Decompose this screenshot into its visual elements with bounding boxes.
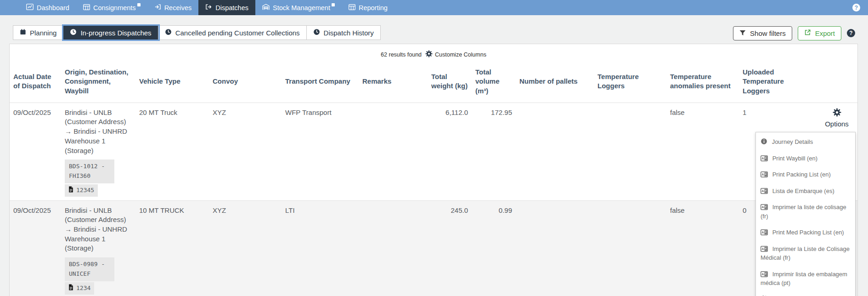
- col-remarks: Remarks: [359, 61, 428, 102]
- calendar-icon: [20, 28, 26, 37]
- col-number-of-pallets: Number of pallets: [516, 61, 594, 102]
- menu-item-label: Imprimir lista de embalagem médica (pt): [761, 271, 847, 287]
- dispatches-table-card: 62 results found Customize Columns: [9, 44, 858, 296]
- table-header: Actual Date of Dispatch Origin, Destinat…: [10, 61, 857, 102]
- cell-number-of-pallets: [516, 102, 594, 200]
- chart-line-icon: [26, 4, 34, 11]
- dispatches-table: Actual Date of Dispatch Origin, Destinat…: [10, 61, 857, 296]
- language-icon: [761, 155, 772, 162]
- menu-item-label: Imprimer la liste de colisage (fr): [761, 204, 846, 220]
- file-icon: [68, 284, 73, 293]
- cell-transport-company: WFP Transport: [282, 102, 359, 200]
- dispatch-tabs: Planning In-progress Dispatches Cancelle…: [13, 25, 381, 40]
- notification-badge: [332, 3, 335, 6]
- language-icon: [761, 271, 772, 278]
- gear-icon: [833, 108, 841, 120]
- sign-out-icon: [205, 4, 212, 11]
- menu-item-imprimir-lista-embalagem-medica-pt[interactable]: Imprimir lista de embalagem médica (pt): [756, 266, 855, 291]
- button-label: Export: [815, 29, 835, 37]
- nav-item-receives[interactable]: Receives: [147, 0, 199, 15]
- cell-date: 09/Oct/2025: [10, 102, 61, 200]
- cell-temperature-loggers: [594, 102, 666, 200]
- menu-item-label: Imprimer la Liste de Colisage Médical (f…: [761, 245, 850, 262]
- cell-number-of-pallets: [516, 200, 594, 296]
- clock-icon: [313, 28, 320, 37]
- menu-item-print-packing-list-en[interactable]: Print Packing List (en): [756, 166, 855, 183]
- tab-in-progress-dispatches[interactable]: In-progress Dispatches: [63, 26, 158, 40]
- tab-label: Planning: [30, 29, 56, 37]
- cell-convoy: XYZ: [209, 102, 282, 200]
- help-icon-dark[interactable]: ?: [847, 29, 855, 37]
- language-icon: [761, 188, 772, 194]
- col-uploaded-loggers: Uploaded Temperature Loggers: [739, 61, 812, 102]
- nav-item-stock-management[interactable]: Stock Management: [255, 0, 342, 15]
- menu-item-imprimer-liste-colisage-medical-fr[interactable]: Imprimer la Liste de Colisage Médical (f…: [756, 241, 855, 266]
- tab-planning[interactable]: Planning: [13, 26, 63, 40]
- nav-item-dashboard[interactable]: Dashboard: [19, 0, 76, 15]
- col-temperature-anomalies: Temperature anomalies present: [666, 61, 739, 102]
- sign-in-icon: [154, 4, 161, 11]
- nav-label: Reporting: [359, 4, 388, 11]
- language-icon: [761, 171, 772, 178]
- col-options: [812, 61, 857, 102]
- file-icon: [68, 186, 73, 195]
- language-icon: [761, 204, 772, 211]
- col-total-volume: Total volume (m³): [472, 61, 516, 102]
- cell-vehicle-type: 10 MT TRUCK: [135, 200, 209, 296]
- export-icon: [804, 29, 811, 37]
- consignment-badge: BDS-1012 - FHI360: [65, 159, 114, 183]
- menu-item-label: Lista de Embarque (es): [772, 188, 834, 194]
- tab-cancelled-pending-customer-collections[interactable]: Cancelled pending Customer Collections: [158, 26, 307, 40]
- customize-columns-label: Customize Columns: [435, 51, 486, 58]
- help-icon[interactable]: ?: [852, 4, 860, 11]
- cell-route: Brindisi - UNLB (Customer Address) → Bri…: [61, 102, 135, 200]
- menu-item-imprimer-liste-colisage-fr[interactable]: Imprimer la liste de colisage (fr): [756, 199, 855, 224]
- clock-icon: [165, 28, 172, 37]
- customize-columns-button[interactable]: Customize Columns: [425, 50, 486, 59]
- results-count: 62 results found: [381, 51, 422, 58]
- cell-temperature-loggers: [594, 200, 666, 296]
- waybill-badge: 1234: [65, 282, 94, 295]
- menu-item-print-med-packing-list-en[interactable]: Print Med Packing List (en): [756, 224, 855, 241]
- menu-item-journey-details[interactable]: Journey Details: [756, 134, 855, 150]
- table-row: 09/Oct/2025 Brindisi - UNLB (Customer Ad…: [10, 102, 857, 200]
- top-navbar: Dashboard Consignments Receives Dispatch…: [0, 0, 868, 15]
- nav-item-dispatches[interactable]: Dispatches: [198, 0, 255, 15]
- cell-total-volume: 0.99: [472, 200, 516, 296]
- col-total-weight: Total weight (kg): [428, 61, 472, 102]
- cell-total-weight: 245.0: [428, 200, 472, 296]
- nav-label: Dispatches: [215, 4, 248, 11]
- waybill-number: 12345: [76, 186, 94, 194]
- cell-convoy: XYZ: [209, 200, 282, 296]
- waybill-badge: 12345: [65, 184, 98, 197]
- nav-item-reporting[interactable]: Reporting: [342, 0, 395, 15]
- tab-label: Cancelled pending Customer Collections: [175, 29, 300, 37]
- notification-badge: [137, 3, 141, 6]
- language-icon: [761, 245, 772, 252]
- cell-anomalies: false: [666, 200, 739, 296]
- cell-total-volume: 172.95: [472, 102, 516, 200]
- cell-total-weight: 6,112.0: [428, 102, 472, 200]
- col-vehicle-type: Vehicle Type: [135, 61, 209, 102]
- route-text: Brindisi - UNLB (Customer Address) → Bri…: [65, 206, 132, 253]
- cell-transport-company: LTI: [282, 200, 359, 296]
- menu-item-lista-de-embarque-es[interactable]: Lista de Embarque (es): [756, 183, 855, 199]
- route-text: Brindisi - UNLB (Customer Address) → Bri…: [65, 108, 132, 155]
- export-button[interactable]: Export: [798, 26, 841, 40]
- tab-label: Dispatch History: [324, 29, 374, 37]
- waybill-number: 1234: [76, 284, 90, 292]
- nav-item-consignments[interactable]: Consignments: [76, 0, 147, 15]
- menu-item-label: Print Waybill (en): [772, 155, 817, 162]
- tab-label: In-progress Dispatches: [80, 29, 151, 37]
- table-icon: [349, 4, 355, 11]
- menu-item-print-waybill-en[interactable]: Print Waybill (en): [756, 150, 855, 167]
- options-label: Options: [825, 120, 849, 129]
- menu-item-upload-temperature-logger-file[interactable]: Upload Temperature Logger File: [756, 291, 855, 296]
- table-icon: [83, 4, 90, 11]
- gear-icon: [425, 50, 433, 59]
- options-button[interactable]: Options: [823, 108, 851, 129]
- tab-dispatch-history[interactable]: Dispatch History: [307, 26, 380, 40]
- cell-vehicle-type: 20 MT Truck: [135, 102, 209, 200]
- show-filters-button[interactable]: Show filters: [733, 26, 792, 40]
- col-origin-destination: Origin, Destination, Consignment, Waybil…: [61, 61, 135, 102]
